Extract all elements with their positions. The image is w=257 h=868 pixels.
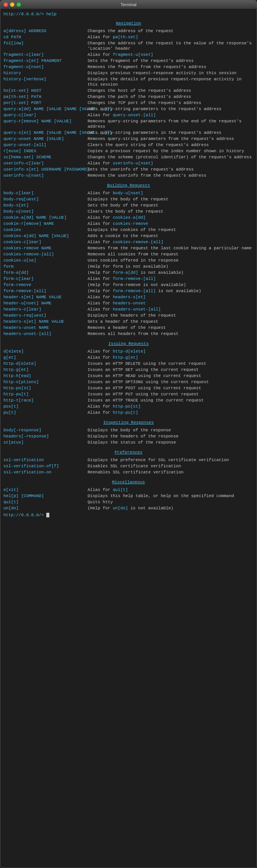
- command-description: Displays previous request-response activ…: [88, 70, 254, 76]
- table-row: pos[t]Alias for http-po[st]: [3, 403, 254, 410]
- table-row: r[euse] INDEXCopies a previous request b…: [3, 148, 254, 154]
- command-name: form: [3, 263, 88, 270]
- command-description: Changes the address of the request to th…: [88, 40, 254, 52]
- minimize-button[interactable]: [10, 2, 15, 7]
- command-description: Displays the status of the response: [88, 439, 254, 445]
- command-description: Displays the headers of the response: [88, 433, 254, 439]
- command-description: Alias for userinfo-u[nset]: [88, 160, 254, 166]
- command-description: (Help for form is not available): [88, 263, 254, 270]
- command-table-building-requests: body-c[lear]Alias for body-u[nset]body-r…: [3, 190, 254, 337]
- command-name: ho[st-set] HOST: [3, 88, 88, 94]
- table-row: userinfo-s[et] USERNAME [PASSWORD]Sets t…: [3, 166, 254, 172]
- command-name: userinfo-u[nset]: [3, 172, 88, 179]
- command-name: sc[heme-set] SCHEME: [3, 154, 88, 160]
- section-header-miscellaneous: Miscellaneous: [3, 480, 254, 484]
- close-button[interactable]: [3, 2, 8, 7]
- table-row: e[xit]Alias for qui[t]: [3, 487, 254, 493]
- command-name: http-h[ead]: [3, 373, 88, 379]
- table-row: body-req[uest]Displays the body of the r…: [3, 196, 254, 202]
- command-name: http-d[elete]: [3, 361, 88, 367]
- table-row: cd PATHAlias for pa[th-set]: [3, 34, 254, 40]
- prompt-bottom: http://0.0.0.0/>: [3, 513, 254, 517]
- table-row: body-c[lear]Alias for body-u[nset]: [3, 190, 254, 196]
- table-row: http-d[elete]Issues an HTTP DELETE using…: [3, 361, 254, 367]
- command-description: Displays the headers of the request: [88, 312, 254, 319]
- command-name: fol[low]: [3, 40, 88, 52]
- terminal-window: Terminal http://0.0.0.0/> help Navigatio…: [0, 0, 257, 868]
- command-description: Changes the scheme (protocol identifier)…: [88, 154, 254, 160]
- command-name: body-u[nset]: [3, 208, 88, 215]
- command-name: http-t[race]: [3, 397, 88, 403]
- table-row: por[t-set] PORTChanges the TCP port of t…: [3, 100, 254, 106]
- command-name: fragment-c[lear]: [3, 52, 88, 58]
- table-row: ssl-verification-onReenables SSL certifi…: [3, 469, 254, 475]
- command-name: header-u[nset] NAME: [3, 300, 88, 306]
- terminal-content[interactable]: http://0.0.0.0/> help Navigationa[ddress…: [0, 9, 257, 520]
- window-title: Terminal: [120, 2, 137, 7]
- command-name: headers-req[uest]: [3, 312, 88, 319]
- command-description: Displays the body of the request: [88, 196, 254, 202]
- command-description: Copies a previous request by the index n…: [88, 148, 254, 154]
- command-name: por[t-set] PORT: [3, 100, 88, 106]
- table-row: form-remove(Help for form-remove is not …: [3, 282, 254, 288]
- command-name: body-req[uest]: [3, 196, 88, 202]
- command-description: Sets the userinfo of the request's addre…: [88, 166, 254, 172]
- command-description: Alias for http-pu[t]: [88, 410, 254, 416]
- table-row: query-c[lear]Alias for query-unset-[all]: [3, 112, 254, 118]
- command-name: history: [3, 70, 88, 76]
- table-row: fragment-c[lear]Alias for fragment-u[nse…: [3, 52, 254, 58]
- table-row: history-[verbose]Displays the details of…: [3, 76, 254, 88]
- command-description: Alias for http-d[elete]: [88, 348, 254, 354]
- command-name: cd PATH: [3, 34, 88, 40]
- command-description: Sets query-string parameters in the requ…: [88, 130, 254, 136]
- table-row: cookie-r[emove] NAMEAlias for cookies-re…: [3, 221, 254, 227]
- command-description: (Help for un[do] is not available): [88, 505, 254, 511]
- command-description: Displays the preference for SSL certific…: [88, 457, 254, 463]
- table-row: pu[t]Alias for http-pu[t]: [3, 410, 254, 416]
- maximize-button[interactable]: [16, 2, 21, 7]
- section-header-building-requests: Building Requests: [3, 183, 254, 188]
- command-description: Issues an HTTP OPTIONS using the current…: [88, 379, 254, 385]
- command-name: ssl-verification: [3, 457, 88, 463]
- window-controls[interactable]: [3, 2, 21, 7]
- table-row: form-c[lear]Alias for form-remove-[all]: [3, 276, 254, 282]
- command-name: ssl-verification-of[f]: [3, 463, 88, 469]
- section-header-inspecting-responses: Inspecting Responses: [3, 420, 254, 425]
- command-description: Issues an HTTP TRACE using the current r…: [88, 397, 254, 403]
- table-row: hel[p] [COMMAND]Displays this help table…: [3, 493, 254, 499]
- command-name: headers-unset NAME: [3, 325, 88, 331]
- table-row: header-s[et] NAME VALUEAlias for headers…: [3, 294, 254, 300]
- command-name: http-pu[t]: [3, 391, 88, 397]
- table-row: headers-req[uest]Displays the headers of…: [3, 312, 254, 319]
- table-row: query-unset-[all]Clears the query string…: [3, 142, 254, 148]
- table-row: st[atus]Displays the status of the respo…: [3, 439, 254, 445]
- table-row: userinfo-u[nset]Removes the userinfo fro…: [3, 172, 254, 179]
- command-name: http-g[et]: [3, 367, 88, 373]
- command-description: Disables SSL certificate verification: [88, 463, 254, 469]
- command-name: query-a[dd] NAME [VALUE [NAME [VALUE ...…: [3, 106, 88, 112]
- command-description: Sets the fragment of the request's addre…: [88, 58, 254, 64]
- command-description: Alias for query-unset-[all]: [88, 112, 254, 118]
- command-description: Issues an HTTP HEAD using the current re…: [88, 373, 254, 379]
- command-name: cookies-a[dd] NAME [VALUE]: [3, 233, 88, 239]
- command-name: query-s[et] NAME [VALUE [NAME [VALUE ...…: [3, 130, 88, 136]
- table-row: form(Help for form is not available): [3, 263, 254, 270]
- command-description: Alias for cookies-remove-[all]: [88, 239, 254, 245]
- command-name: http-po[st]: [3, 385, 88, 391]
- table-row: form-remove-[all](Help for form-remove-[…: [3, 288, 254, 294]
- command-description: Removes from the request the last cookie…: [88, 245, 254, 251]
- table-row: un[do](Help for un[do] is not available): [3, 505, 254, 511]
- command-name: e[xit]: [3, 487, 88, 493]
- command-name: form-remove: [3, 282, 88, 288]
- command-name: cookies-remove NAME: [3, 245, 88, 251]
- command-description: Changes the path of the request's addres…: [88, 94, 254, 100]
- table-row: fragment-u[nset]Removes the fragment fro…: [3, 64, 254, 70]
- table-row: cookies-remove NAMERemoves from the requ…: [3, 245, 254, 251]
- command-name: userinfo-s[et] USERNAME [PASSWORD]: [3, 166, 88, 172]
- command-name: query-unset NAME [VALUE]: [3, 136, 88, 142]
- command-description: Adds query-string parameters to the requ…: [88, 106, 254, 112]
- table-row: historyDisplays previous request-respons…: [3, 70, 254, 76]
- command-description: Alias for headers-unset-[all]: [88, 306, 254, 312]
- command-name: ssl-verification-on: [3, 469, 88, 475]
- command-description: Alias for qui[t]: [88, 487, 254, 493]
